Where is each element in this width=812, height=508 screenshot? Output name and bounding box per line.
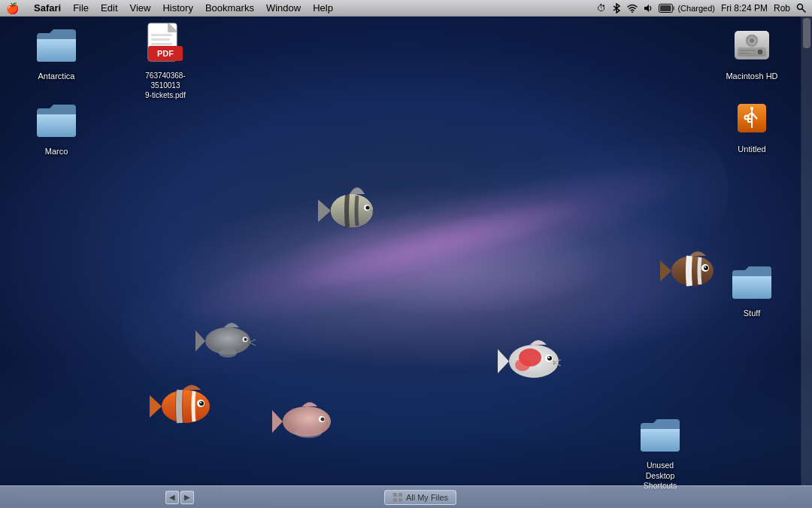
svg-point-32 — [366, 206, 370, 210]
time-machine-icon[interactable]: ⏱ — [597, 3, 606, 14]
svg-point-33 — [205, 327, 250, 354]
svg-point-36 — [244, 338, 247, 341]
svg-point-52 — [548, 357, 550, 358]
menu-app-name[interactable]: Safari — [28, 2, 67, 14]
fish-clownfish — [147, 376, 229, 440]
svg-point-58 — [704, 266, 706, 268]
menu-bookmarks[interactable]: Bookmarks — [199, 2, 260, 14]
svg-point-0 — [632, 11, 633, 13]
svg-line-53 — [553, 360, 561, 363]
svg-rect-61 — [393, 498, 397, 502]
desktop-icon-macintosh-hd[interactable]: Macintosh HD — [722, 23, 782, 82]
svg-text:PDF: PDF — [157, 49, 174, 58]
svg-point-29 — [331, 194, 373, 227]
desktop: 🍎 Safari File Edit View History Bookmark… — [0, 0, 812, 508]
pdf-icon: PDF — [147, 23, 184, 68]
datetime: Fri 8:24 PM — [721, 3, 768, 14]
svg-point-42 — [200, 402, 201, 403]
menu-file[interactable]: File — [67, 2, 95, 14]
harddisk-icon — [729, 23, 774, 68]
svg-point-47 — [509, 345, 559, 378]
svg-point-28 — [750, 107, 753, 110]
menu-help[interactable]: Help — [307, 2, 339, 14]
svg-point-49 — [515, 359, 530, 371]
svg-rect-3 — [673, 6, 675, 10]
svg-rect-9 — [151, 34, 172, 36]
svg-line-38 — [249, 342, 256, 345]
svg-point-43 — [283, 406, 331, 437]
svg-marker-1 — [644, 5, 649, 12]
svg-line-54 — [553, 363, 561, 366]
dock-scroll-left[interactable]: ◀ — [165, 491, 179, 504]
icon-label-stuff: Stuff — [741, 307, 762, 319]
svg-point-57 — [704, 266, 708, 270]
svg-point-56 — [701, 264, 709, 272]
menu-edit[interactable]: Edit — [95, 2, 123, 14]
fish-koi — [496, 331, 575, 394]
icon-label-macintosh-hd: Macintosh HD — [723, 70, 780, 82]
folder-icon-antarctica — [34, 23, 79, 68]
icon-label-pdf: 763740368-35100139-tickets.pdf — [135, 70, 195, 101]
svg-point-40 — [197, 400, 205, 407]
menubar: 🍎 Safari File Edit View History Bookmark… — [0, 0, 812, 17]
desktop-icon-untitled[interactable]: Untitled — [722, 96, 782, 155]
icon-label-untitled: Untitled — [735, 143, 768, 155]
icon-label-antarctica: Antarctica — [36, 70, 77, 82]
dock-scroll-arrows: ◀ ▶ — [165, 491, 194, 504]
menu-view[interactable]: View — [124, 2, 157, 14]
folder-icon-marco — [34, 98, 79, 143]
svg-point-34 — [219, 348, 237, 357]
volume-icon[interactable] — [644, 4, 653, 13]
folder-icon-stuff — [729, 260, 774, 305]
svg-point-46 — [321, 418, 325, 421]
svg-point-5 — [798, 5, 803, 10]
svg-rect-59 — [393, 493, 397, 497]
dock-scroll-right[interactable]: ▶ — [180, 491, 194, 504]
dock-all-my-files[interactable]: All My Files — [384, 490, 456, 505]
svg-point-20 — [750, 38, 754, 43]
svg-point-30 — [331, 194, 373, 227]
dock: ◀ ▶ All My Files — [0, 485, 812, 508]
svg-rect-17 — [739, 50, 756, 51]
fish-dark-clownfish — [658, 241, 729, 304]
desktop-icon-stuff[interactable]: Stuff — [722, 260, 782, 319]
battery-label: (Charged) — [677, 4, 715, 13]
menu-items: Safari File Edit View History Bookmarks … — [28, 2, 597, 14]
svg-point-45 — [319, 416, 325, 422]
svg-point-50 — [545, 354, 553, 362]
menu-history[interactable]: History — [156, 2, 198, 14]
svg-point-35 — [243, 337, 248, 342]
desktop-icon-marco[interactable]: Marco — [26, 98, 86, 157]
svg-point-44 — [295, 427, 322, 438]
wifi-icon[interactable] — [627, 4, 638, 13]
apple-menu[interactable]: 🍎 — [6, 2, 19, 14]
scrollbar-track[interactable] — [801, 17, 812, 485]
desktop-icon-pdf[interactable]: PDF 763740368-35100139-tickets.pdf — [132, 23, 199, 101]
svg-point-16 — [758, 50, 762, 54]
svg-point-48 — [519, 348, 541, 367]
spotlight-icon[interactable] — [796, 3, 806, 13]
svg-rect-11 — [151, 43, 172, 45]
svg-point-55 — [671, 256, 714, 286]
svg-point-31 — [364, 205, 370, 211]
scrollbar-thumb[interactable] — [803, 18, 810, 48]
username: Rob — [774, 3, 790, 14]
svg-point-41 — [199, 401, 204, 406]
menu-window[interactable]: Window — [260, 2, 307, 14]
svg-rect-4 — [660, 5, 671, 11]
svg-rect-10 — [151, 38, 170, 41]
svg-rect-62 — [398, 498, 402, 502]
fish-tiger-barb — [316, 173, 391, 248]
battery-status[interactable]: (Charged) — [659, 4, 715, 13]
bluetooth-icon[interactable] — [612, 3, 621, 14]
svg-point-39 — [162, 390, 210, 423]
folder-icon-unused-shortcuts — [638, 412, 683, 458]
usb-drive-icon — [729, 96, 774, 141]
svg-rect-60 — [398, 493, 402, 497]
fish-pink — [271, 395, 346, 451]
icon-label-marco: Marco — [43, 145, 71, 157]
menu-right: ⏱ — [597, 3, 806, 14]
desktop-icon-unused-shortcuts[interactable]: Unused DesktopShortcuts — [623, 412, 698, 492]
fish-gray-carp — [194, 312, 262, 372]
desktop-icon-antarctica[interactable]: Antarctica — [26, 23, 86, 82]
